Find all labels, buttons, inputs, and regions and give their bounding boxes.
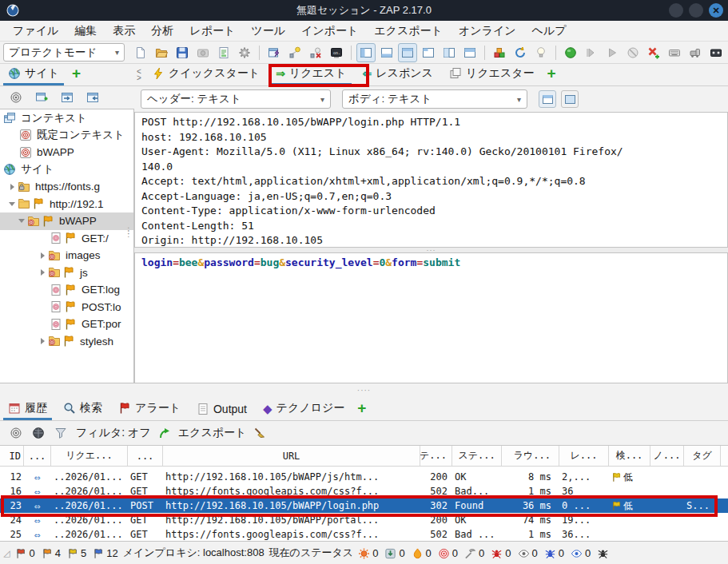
chevron-down-icon[interactable] (6, 202, 18, 206)
win-out-button[interactable] (83, 88, 102, 107)
column-header-ラウ...[interactable]: ラウ... (502, 446, 559, 466)
tab-Output[interactable]: Output (189, 399, 255, 420)
history-row-23[interactable]: 23⇔..2026/01...POSThttp://192.168.10.105… (0, 498, 728, 513)
menu-オンライン[interactable]: オンライン (451, 22, 524, 41)
report-button[interactable] (214, 43, 233, 62)
target-grey-button[interactable] (8, 425, 24, 441)
history-row-12[interactable]: 12⇔..2026/01...GEThttp://192.168.10.105/… (0, 470, 728, 484)
step-button[interactable] (582, 43, 601, 62)
tree-item-コンテキスト[interactable]: コンテキスト (0, 109, 133, 127)
tree-item-既定コンテキスト[interactable]: 既定コンテキスト (0, 127, 133, 145)
layout2-button[interactable] (377, 43, 396, 62)
layout3-button[interactable] (398, 43, 417, 62)
broom-icon[interactable] (253, 427, 266, 439)
alert-flag-count-3[interactable]: 12 (93, 547, 117, 559)
stop-button[interactable] (623, 43, 642, 62)
tab-レスポンス[interactable]: ⇐レスポンス (355, 63, 441, 85)
gear-button[interactable] (235, 43, 254, 62)
full-view-toggle[interactable] (561, 90, 579, 108)
tree-item-images[interactable]: images (0, 247, 133, 264)
cassette-button[interactable] (706, 43, 726, 62)
tab-テクノロジー[interactable]: ◆テクノロジー (255, 398, 352, 420)
mode-select[interactable]: プロテクトモード ▾ (3, 43, 125, 62)
menu-ファイル[interactable]: ファイル (5, 22, 66, 41)
request-body-editor[interactable]: login=bee&password=bug&security_level=0&… (134, 252, 728, 383)
win-purple-button[interactable] (265, 43, 284, 62)
tree-item-POST:lo[interactable]: POST:lo (0, 299, 133, 316)
tab-クイックスタート[interactable]: クイックスタート (144, 63, 268, 85)
tree-item-サイト[interactable]: サイト (0, 161, 133, 179)
request-headers-editor[interactable]: POST http://192.168.10.105/bWAPP/login.p… (134, 112, 728, 248)
tree-item-bWAPP[interactable]: bWAPP (0, 212, 133, 230)
layout6-button[interactable] (460, 43, 479, 62)
history-row-25[interactable]: 25⇔..2026/01...GEThttps://fonts.googleap… (0, 527, 728, 542)
snapshot-button[interactable] (193, 43, 213, 62)
chevron-right-icon[interactable] (6, 184, 18, 190)
tree-item-bWAPP[interactable]: bWAPP (0, 144, 133, 161)
x-add-button[interactable] (644, 43, 663, 62)
folder-open-button[interactable] (152, 43, 171, 62)
column-header-...[interactable]: ... (128, 446, 163, 466)
export-label[interactable]: エクスポート (178, 426, 247, 440)
loco-button[interactable] (686, 43, 705, 62)
file-new-button[interactable] (131, 43, 150, 62)
add-sites-tab-button[interactable]: + (67, 65, 87, 85)
bottom-panel-split-handle[interactable]: ···· (0, 383, 728, 396)
history-row-24[interactable]: 24⇔..2026/01...GEThttp://192.168.10.105/… (0, 513, 728, 527)
ball-green-button[interactable] (561, 43, 580, 62)
tree-item-GET:/[interactable]: GET:/ (0, 230, 133, 248)
tree-item-GET:log[interactable]: GET:log (0, 281, 133, 299)
blocks-button[interactable] (490, 43, 509, 62)
tab-アラート[interactable]: アラート (110, 398, 189, 420)
column-header-ID[interactable]: ID (0, 446, 24, 466)
tab-検索[interactable]: 検索 (55, 398, 110, 420)
alert-flag-count-0[interactable]: 0 (15, 547, 34, 559)
layout4-button[interactable] (419, 43, 438, 62)
chevron-right-icon[interactable] (37, 338, 48, 344)
tab-sites[interactable]: サイト (0, 63, 67, 85)
panel-splitter-handle[interactable]: ⋮⋮ (125, 229, 133, 236)
menu-編集[interactable]: 編集 (66, 22, 105, 41)
header-view-select[interactable]: ヘッダー: テキスト ▾ (141, 89, 331, 109)
lamp-button[interactable] (285, 43, 304, 62)
tab-リクエスト[interactable]: ⇒リクエスト (268, 63, 354, 85)
lamp-x-button[interactable] (306, 43, 325, 62)
column-header-...[interactable]: ... (24, 446, 51, 466)
win-plus-button[interactable] (32, 88, 51, 107)
menu-分析[interactable]: 分析 (143, 22, 181, 41)
chevron-right-icon[interactable] (37, 252, 48, 259)
column-header-ステ...[interactable]: ステ... (452, 446, 502, 466)
column-header-ノ...[interactable]: ノ... (650, 446, 684, 466)
layout1-button[interactable] (356, 43, 376, 62)
maximize-button[interactable] (689, 3, 703, 18)
tree-item-js[interactable]: js (0, 264, 133, 282)
win-in-button[interactable] (58, 88, 77, 107)
menu-ヘルプ[interactable]: ヘルプ (524, 22, 575, 41)
save-button[interactable] (173, 43, 192, 62)
column-header-検...[interactable]: 検... (609, 446, 650, 466)
refresh-button[interactable] (511, 43, 530, 62)
play-button[interactable] (603, 43, 622, 62)
menu-表示[interactable]: 表示 (105, 22, 143, 41)
column-header-タグ[interactable]: タグ (684, 446, 721, 466)
alert-flag-count-1[interactable]: 4 (42, 547, 61, 559)
column-header-レ...[interactable]: レ... (559, 446, 609, 466)
target-grey-button[interactable] (6, 88, 26, 107)
tree-item-GET:por[interactable]: GET:por (0, 316, 133, 333)
minimize-button[interactable] (669, 3, 683, 18)
layout5-button[interactable] (440, 43, 459, 62)
globe-dark-button[interactable] (30, 425, 46, 441)
menu-エクスポート[interactable]: エクスポート (366, 22, 451, 41)
tree-item-stylesh[interactable]: stylesh (0, 333, 133, 351)
keyboard-button[interactable] (665, 43, 684, 62)
column-header-ステ...[interactable]: ステ... (420, 446, 452, 466)
column-header-URL[interactable]: URL (163, 446, 420, 466)
history-row-16[interactable]: 16⇔..2026/01...GEThttps://fonts.googleap… (0, 484, 728, 498)
menu-レポート[interactable]: レポート (181, 22, 243, 41)
tab-履歴[interactable]: 履歴 (0, 398, 55, 420)
bulb-button[interactable] (531, 43, 551, 62)
close-button[interactable]: ✕ (709, 3, 723, 18)
split-view-toggle[interactable] (539, 90, 556, 108)
add-bottom-tab-button[interactable]: + (352, 399, 372, 420)
panel-collapse-chevrons[interactable]: <> (134, 65, 144, 85)
